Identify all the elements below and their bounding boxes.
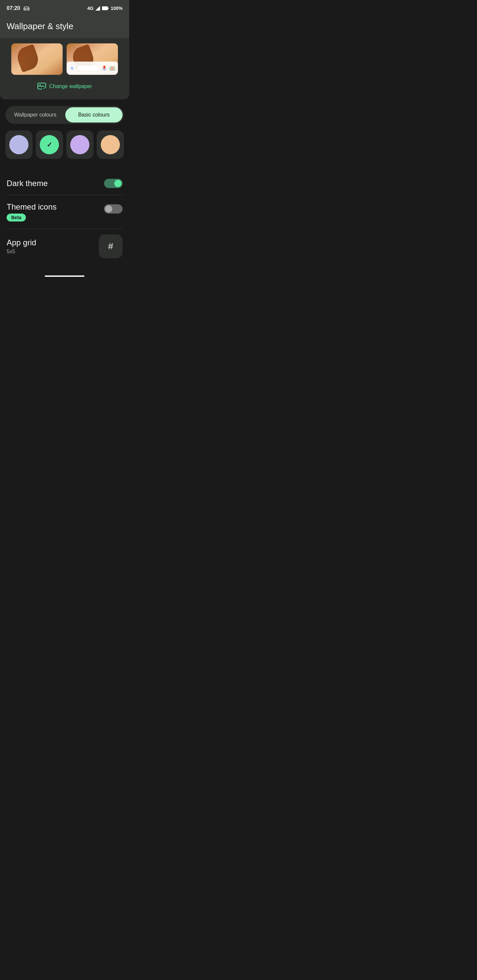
dark-theme-toggle-knob <box>114 180 121 187</box>
dark-theme-label: Dark theme <box>6 179 48 188</box>
app-grid-icon-button[interactable]: # <box>99 234 123 258</box>
color-swatch-blue[interactable] <box>5 130 32 159</box>
themed-icons-toggle-knob <box>105 205 112 213</box>
google-g-logo: G <box>69 65 75 71</box>
color-circle-green: ✓ <box>40 135 59 154</box>
wallpaper-icon <box>37 83 46 90</box>
dark-theme-setting: Dark theme <box>6 172 123 195</box>
home-bar[interactable] <box>45 275 85 277</box>
svg-marker-2 <box>96 6 100 11</box>
battery-icon <box>102 6 108 11</box>
tabs-container: Wallpaper colours Basic colours <box>5 106 124 124</box>
themed-icons-label: Themed icons <box>6 202 57 211</box>
color-swatch-green[interactable]: ✓ <box>36 130 63 159</box>
svg-point-9 <box>40 84 41 86</box>
signal-icon <box>96 6 100 11</box>
page-header: Wallpaper & style <box>0 16 129 38</box>
network-label: 4G <box>88 6 94 11</box>
change-wallpaper-label: Change wallpaper <box>49 83 92 89</box>
home-indicator <box>0 270 129 281</box>
status-right: 4G 100% <box>88 6 123 11</box>
app-grid-label: App grid <box>6 238 36 247</box>
settings-section: Dark theme Themed icons Beta App grid 5x… <box>0 165 129 270</box>
color-circle-purple <box>70 135 89 154</box>
dark-theme-label-container: Dark theme <box>6 179 48 188</box>
tab-basic-colours[interactable]: Basic colours <box>65 107 123 123</box>
beta-badge: Beta <box>6 213 26 221</box>
battery-percent: 100% <box>111 6 123 11</box>
status-left: 07:20 <box>6 5 30 11</box>
mic-icon-preview <box>101 65 107 71</box>
car-icon <box>23 6 30 11</box>
svg-point-0 <box>24 10 25 11</box>
wallpaper-preview-section: G <box>0 38 129 99</box>
grid-hash-icon: # <box>108 241 113 251</box>
svg-rect-4 <box>108 8 109 9</box>
status-bar: 07:20 4G 100% <box>0 0 129 16</box>
selected-checkmark: ✓ <box>47 141 52 149</box>
app-grid-setting: App grid 5x5 # <box>6 229 123 264</box>
search-bar-preview <box>77 65 99 71</box>
color-swatch-purple[interactable] <box>66 130 93 159</box>
themed-icons-toggle[interactable] <box>104 204 123 213</box>
camera-icon-preview <box>109 65 115 71</box>
tab-wallpaper-colours[interactable]: Wallpaper colours <box>6 107 64 123</box>
status-time: 07:20 <box>6 5 20 11</box>
color-circle-peach <box>101 135 120 154</box>
themed-icons-setting: Themed icons Beta <box>6 195 123 229</box>
home-wallpaper-preview[interactable] <box>11 43 62 75</box>
color-swatch-peach[interactable] <box>97 130 124 159</box>
app-grid-label-container: App grid 5x5 <box>6 238 36 255</box>
color-circle-blue <box>9 135 29 154</box>
svg-rect-5 <box>103 65 105 69</box>
lock-screen-overlay: G <box>67 62 118 75</box>
change-wallpaper-button[interactable]: Change wallpaper <box>5 80 124 93</box>
app-grid-sublabel: 5x5 <box>6 249 36 255</box>
themed-icons-label-container: Themed icons Beta <box>6 202 57 221</box>
dark-theme-toggle[interactable] <box>104 179 123 188</box>
svg-point-7 <box>111 68 113 70</box>
svg-rect-3 <box>102 6 108 10</box>
wallpaper-previews: G <box>5 43 124 75</box>
svg-point-1 <box>27 10 29 11</box>
page-title: Wallpaper & style <box>6 21 123 32</box>
lock-wallpaper-preview[interactable]: G <box>67 43 118 75</box>
color-swatches-section: ✓ <box>0 128 129 165</box>
colour-tabs-section: Wallpaper colours Basic colours <box>0 99 129 128</box>
